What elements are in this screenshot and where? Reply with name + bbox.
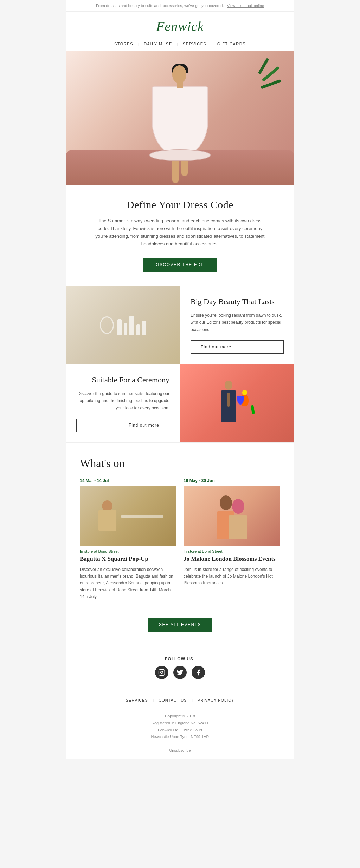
ceremony-text: Suitable For a Ceremony Discover the gui…: [66, 364, 180, 442]
ceremony-body: Discover the guide to summer suits, feat…: [76, 390, 169, 412]
footer-legal: Copyright © 2018 Registered in England N…: [66, 707, 294, 759]
whats-on-title: What's on: [80, 457, 280, 470]
promo-ceremony-block: Suitable For a Ceremony Discover the gui…: [66, 364, 294, 442]
bottle-3: [129, 316, 134, 335]
ceremony-title: Suitable For a Ceremony: [76, 375, 169, 385]
event-2-location: In-store at Bond Street: [184, 549, 280, 553]
ceremony-cta-button[interactable]: Find out more: [76, 419, 169, 432]
bird-wing: [237, 396, 244, 405]
events-cta-section: See all events: [66, 607, 294, 646]
email-wrapper: From dresses and beauty to suits and acc…: [66, 0, 294, 759]
workshop-man: [93, 498, 121, 533]
main-body: The Summer is always wedding season, and…: [94, 217, 266, 248]
beauty-cta-button[interactable]: Find out more: [191, 340, 284, 354]
bottle-1: [117, 319, 122, 335]
instagram-icon[interactable]: [155, 666, 168, 679]
facebook-icon[interactable]: [192, 666, 205, 679]
view-online-link[interactable]: View this email online: [227, 4, 264, 8]
nav-item-services[interactable]: SERVICES: [178, 42, 211, 46]
event-card-1: 14 Mar - 14 Jul In-store at Bond Street …: [80, 478, 176, 600]
parrot-figure: [241, 394, 255, 413]
address-1: Fenwick Ltd, Elwick Court: [73, 727, 287, 734]
top-bar-text: From dresses and beauty to suits and acc…: [96, 4, 224, 8]
twitter-icon[interactable]: [173, 666, 187, 679]
event-1-date: 14 Mar - 14 Jul: [80, 478, 176, 483]
copyright: Copyright © 2018: [73, 713, 287, 720]
beauty-title: Big Day Beauty That Lasts: [191, 297, 284, 307]
event-card-2: 19 May - 30 Jun In-store at B: [184, 478, 280, 600]
svg-point-2: [163, 671, 164, 671]
man-figure: [220, 381, 237, 426]
figure-legs: [172, 158, 188, 183]
nav-item-daily-muse[interactable]: DAILY MUSE: [139, 42, 177, 46]
logo-underline: [169, 35, 191, 35]
footer-nav-services[interactable]: SERVICES: [121, 698, 153, 702]
social-icons: [73, 666, 287, 679]
palm-leaf-1: [262, 66, 279, 82]
bottle-4: [136, 324, 140, 335]
perfume-bottles: [117, 316, 146, 335]
man-head: [225, 381, 232, 390]
bottle-5: [142, 321, 146, 335]
model-2-body: [229, 515, 247, 539]
hero-figure: [141, 55, 219, 181]
event-1-image: [80, 486, 176, 546]
event-2-name: Jo Malone London Blossoms Events: [184, 555, 280, 563]
man-suit: [221, 390, 236, 422]
bird-body: [241, 394, 249, 406]
see-all-events-button[interactable]: See all events: [148, 618, 212, 632]
main-content-section: Define Your Dress Code The Summer is alw…: [66, 185, 294, 286]
event-2-image: [184, 486, 280, 546]
bird-body-container: [241, 394, 255, 406]
nav-item-stores[interactable]: STORES: [109, 42, 138, 46]
wm-torso: [98, 510, 116, 531]
models-container: [217, 492, 247, 539]
event-1-name: Bagutta X Squarzi Pop-Up: [80, 555, 176, 563]
unsubscribe-link[interactable]: Unsubscribe: [169, 748, 191, 752]
company-reg: Registered in England No. 52411: [73, 720, 287, 727]
footer-nav: SERVICES | CONTACT US | PRIVACY POLICY: [66, 693, 294, 707]
ceremony-image: [180, 364, 294, 442]
palm-leaf-3: [258, 58, 269, 74]
hero-image: [66, 51, 294, 185]
event-1-location: In-store at Bond Street: [80, 549, 176, 553]
svg-rect-0: [159, 670, 165, 676]
model-2-head: [232, 499, 244, 514]
events-grid: 14 Mar - 14 Jul In-store at Bond Street …: [80, 478, 280, 600]
promo-beauty-block: Big Day Beauty That Lasts Ensure you're …: [66, 286, 294, 364]
footer-nav-privacy[interactable]: PRIVACY POLICY: [193, 698, 239, 702]
main-title: Define Your Dress Code: [94, 199, 266, 211]
header: Fenwick: [66, 12, 294, 39]
footer-follow: FOLLOW US:: [66, 646, 294, 693]
event-2-desc: Join us in-store for a range of exciting…: [184, 566, 280, 587]
beauty-text: Big Day Beauty That Lasts Ensure you're …: [180, 286, 294, 364]
logo[interactable]: Fenwick: [73, 19, 287, 34]
address-2: Newcastle Upon Tyne, NE99 1AR: [73, 734, 287, 741]
figure-head: [172, 65, 186, 83]
event-1-desc: Discover an exclusive collaboration betw…: [80, 566, 176, 600]
follow-label: FOLLOW US:: [73, 657, 287, 662]
figure-dress: [152, 86, 208, 157]
beauty-image: [66, 286, 180, 364]
whats-on-section: What's on 14 Mar - 14 Jul In-store at Bo…: [66, 442, 294, 607]
bird-tail: [250, 405, 255, 414]
hero-plants: [259, 58, 287, 111]
model-2: [229, 499, 247, 539]
nav-item-gift-cards[interactable]: GIFT CARDS: [212, 42, 251, 46]
man-tie: [227, 393, 230, 407]
beauty-body: Ensure you're looking radiant from dawn …: [191, 312, 284, 333]
discover-edit-button[interactable]: Discover the edit: [143, 258, 217, 272]
mirror-icon: [100, 316, 114, 334]
bird-head: [242, 390, 247, 395]
footer-nav-contact[interactable]: CONTACT US: [154, 698, 192, 702]
event-2-date: 19 May - 30 Jun: [184, 478, 280, 483]
svg-point-1: [161, 671, 163, 674]
main-nav: STORES | DAILY MUSE | SERVICES | GIFT CA…: [66, 39, 294, 51]
bottle-2: [124, 323, 127, 335]
top-bar: From dresses and beauty to suits and acc…: [66, 0, 294, 12]
workshop-table: [121, 515, 163, 518]
